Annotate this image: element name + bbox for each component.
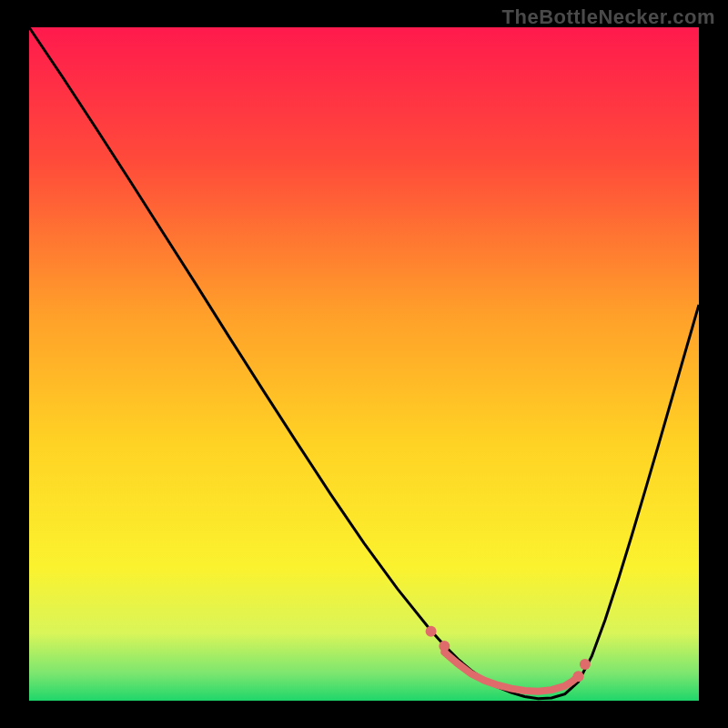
highlight-dot bbox=[580, 659, 591, 670]
highlight-dot bbox=[573, 671, 584, 682]
bottleneck-chart bbox=[0, 0, 728, 728]
gradient-plot-area bbox=[29, 27, 699, 701]
highlight-dot bbox=[439, 641, 450, 652]
highlight-dot bbox=[426, 626, 437, 637]
chart-frame: TheBottleNecker.com bbox=[0, 0, 728, 728]
watermark-text: TheBottleNecker.com bbox=[502, 5, 715, 29]
